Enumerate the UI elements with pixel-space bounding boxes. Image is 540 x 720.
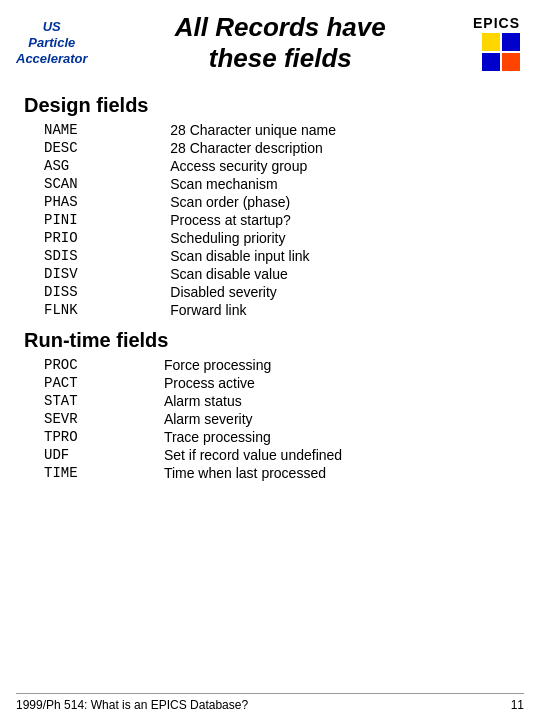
footer-left: 1999/Ph 514: What is an EPICS Database? [16, 698, 248, 712]
field-desc: 28 Character unique name [166, 121, 532, 139]
field-desc: Trace processing [160, 428, 532, 446]
field-desc: Scan disable value [166, 265, 532, 283]
epics-logo: EPICS [473, 15, 520, 71]
field-name: DESC [40, 139, 166, 157]
field-desc: Process active [160, 374, 532, 392]
design-field-row: SCANScan mechanism [40, 175, 532, 193]
field-name: SDIS [40, 247, 166, 265]
design-field-row: FLNKForward link [40, 301, 532, 319]
field-name: UDF [40, 446, 160, 464]
runtime-field-row: STATAlarm status [40, 392, 532, 410]
field-desc: Scheduling priority [166, 229, 532, 247]
title-line2: these fields [88, 43, 473, 74]
field-name: PRIO [40, 229, 166, 247]
design-field-row: ASGAccess security group [40, 157, 532, 175]
runtime-field-row: PROCForce processing [40, 356, 532, 374]
field-name: SEVR [40, 410, 160, 428]
field-name: DISS [40, 283, 166, 301]
field-desc: Time when last processed [160, 464, 532, 482]
epics-sq2 [502, 33, 520, 51]
field-desc: Alarm status [160, 392, 532, 410]
runtime-field-row: UDFSet if record value undefined [40, 446, 532, 464]
runtime-field-row: PACTProcess active [40, 374, 532, 392]
field-name: PINI [40, 211, 166, 229]
field-name: FLNK [40, 301, 166, 319]
runtime-section-title: Run-time fields [24, 329, 516, 352]
epics-sq4 [502, 53, 520, 71]
content: Design fields NAME28 Character unique na… [0, 82, 540, 488]
field-desc: Set if record value undefined [160, 446, 532, 464]
field-desc: Disabled severity [166, 283, 532, 301]
design-field-row: PINIProcess at startup? [40, 211, 532, 229]
field-name: SCAN [40, 175, 166, 193]
field-desc: Forward link [166, 301, 532, 319]
epics-sq3 [482, 53, 500, 71]
design-field-row: NAME28 Character unique name [40, 121, 532, 139]
design-field-row: PHASScan order (phase) [40, 193, 532, 211]
field-name: PACT [40, 374, 160, 392]
logo: US Particle Accelerator [16, 19, 88, 68]
epics-label: EPICS [473, 15, 520, 31]
field-desc: 28 Character description [166, 139, 532, 157]
runtime-field-row: TIMETime when last processed [40, 464, 532, 482]
footer-right: 11 [511, 698, 524, 712]
epics-squares [482, 33, 520, 71]
design-field-row: DESC28 Character description [40, 139, 532, 157]
field-desc: Scan order (phase) [166, 193, 532, 211]
field-desc: Access security group [166, 157, 532, 175]
runtime-fields-table: PROCForce processingPACTProcess activeST… [40, 356, 532, 482]
header: US Particle Accelerator All Records have… [0, 0, 540, 82]
field-desc: Process at startup? [166, 211, 532, 229]
field-desc: Scan disable input link [166, 247, 532, 265]
runtime-field-row: TPROTrace processing [40, 428, 532, 446]
field-name: STAT [40, 392, 160, 410]
design-field-row: DISSDisabled severity [40, 283, 532, 301]
design-field-row: DISVScan disable value [40, 265, 532, 283]
field-name: TPRO [40, 428, 160, 446]
field-name: NAME [40, 121, 166, 139]
footer: 1999/Ph 514: What is an EPICS Database? … [16, 693, 524, 712]
design-field-row: PRIOScheduling priority [40, 229, 532, 247]
epics-sq1 [482, 33, 500, 51]
field-desc: Alarm severity [160, 410, 532, 428]
page-title: All Records have these fields [88, 12, 473, 74]
field-name: ASG [40, 157, 166, 175]
design-fields-table: NAME28 Character unique nameDESC28 Chara… [40, 121, 532, 319]
field-desc: Force processing [160, 356, 532, 374]
runtime-field-row: SEVRAlarm severity [40, 410, 532, 428]
design-field-row: SDISScan disable input link [40, 247, 532, 265]
design-section-title: Design fields [24, 94, 516, 117]
field-desc: Scan mechanism [166, 175, 532, 193]
field-name: PROC [40, 356, 160, 374]
title-line1: All Records have [88, 12, 473, 43]
field-name: PHAS [40, 193, 166, 211]
field-name: DISV [40, 265, 166, 283]
field-name: TIME [40, 464, 160, 482]
